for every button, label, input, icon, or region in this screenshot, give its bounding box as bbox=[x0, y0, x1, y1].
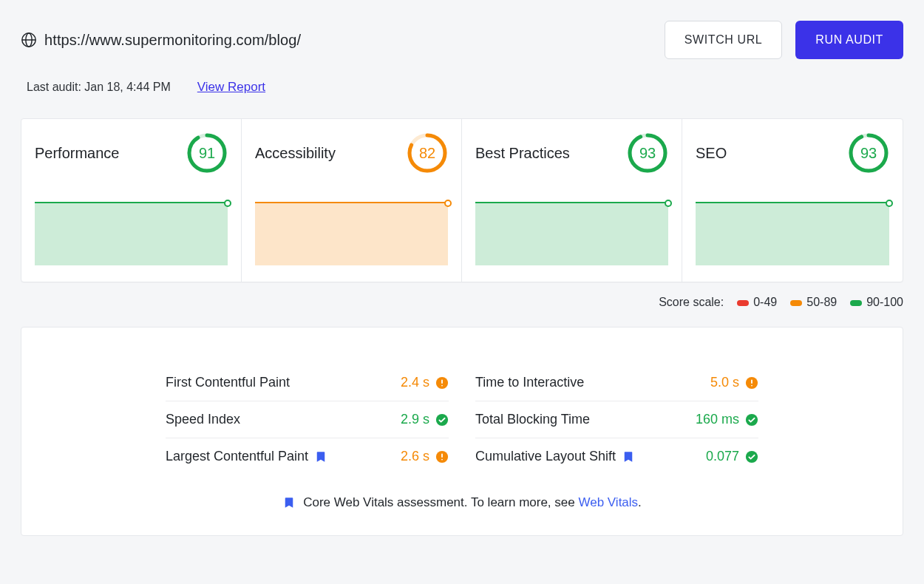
score-scale-red: 0-49 bbox=[737, 296, 777, 309]
chart-dot-icon bbox=[665, 200, 672, 207]
card-title: Best Practices bbox=[475, 145, 570, 162]
bookmark-icon bbox=[282, 496, 296, 509]
metric-row: Time to Interactive 5.0 s bbox=[475, 364, 758, 401]
check-circle-icon bbox=[435, 413, 449, 427]
metric-value: 2.9 s bbox=[401, 412, 449, 427]
metrics-panel: First Contentful Paint 2.4 s Speed Index… bbox=[21, 327, 903, 536]
svg-rect-16 bbox=[441, 453, 443, 457]
svg-rect-20 bbox=[751, 384, 753, 386]
metric-value: 5.0 s bbox=[710, 375, 758, 390]
info-circle-icon bbox=[435, 376, 449, 390]
metric-name: Speed Index bbox=[166, 412, 240, 427]
footer-text-before: Core Web Vitals assessment. To learn mor… bbox=[303, 495, 578, 509]
metrics-grid: First Contentful Paint 2.4 s Speed Index… bbox=[166, 364, 758, 475]
card-header: Accessibility 82 bbox=[255, 132, 448, 174]
metric-value: 2.4 s bbox=[401, 375, 449, 390]
chart-dot-icon bbox=[886, 200, 893, 207]
metric-value: 160 ms bbox=[696, 412, 758, 427]
info-circle-icon bbox=[745, 376, 758, 390]
green-pill-icon bbox=[850, 300, 862, 306]
globe-icon bbox=[21, 32, 37, 48]
last-audit-timestamp: Last audit: Jan 18, 4:44 PM bbox=[27, 81, 171, 94]
metric-row: Speed Index 2.9 s bbox=[166, 401, 449, 438]
score-cards: Performance 91 Accessibility 82 bbox=[21, 118, 903, 282]
audit-url: https://www.supermonitoring.com/blog/ bbox=[44, 32, 301, 49]
score-value: 91 bbox=[186, 132, 228, 174]
metric-row: Largest Contentful Paint 2.6 s bbox=[166, 438, 449, 475]
orange-pill-icon bbox=[790, 300, 802, 306]
score-value: 93 bbox=[848, 132, 889, 174]
metric-name: First Contentful Paint bbox=[166, 375, 290, 390]
score-scale-green: 90-100 bbox=[850, 296, 903, 309]
metric-value: 0.077 bbox=[706, 449, 758, 464]
header: https://www.supermonitoring.com/blog/ SW… bbox=[21, 21, 903, 59]
metric-row: Total Blocking Time 160 ms bbox=[475, 401, 758, 438]
metric-name: Cumulative Layout Shift bbox=[475, 449, 635, 464]
check-circle-icon bbox=[745, 413, 758, 427]
chart-fill bbox=[255, 203, 448, 265]
sub-header: Last audit: Jan 18, 4:44 PM View Report bbox=[27, 80, 903, 95]
metric-value: 2.6 s bbox=[401, 449, 449, 464]
chart-dot-icon bbox=[444, 200, 452, 207]
metrics-right-column: Time to Interactive 5.0 s Total Blocking… bbox=[475, 364, 758, 475]
view-report-link[interactable]: View Report bbox=[197, 80, 265, 95]
score-gauge: 93 bbox=[627, 132, 668, 174]
card-title: SEO bbox=[696, 145, 727, 162]
score-card[interactable]: Accessibility 82 bbox=[242, 119, 462, 282]
chart-fill bbox=[696, 203, 889, 265]
mini-chart bbox=[475, 202, 668, 265]
card-header: Performance 91 bbox=[35, 132, 228, 174]
metric-name: Largest Contentful Paint bbox=[166, 449, 327, 464]
metric-row: First Contentful Paint 2.4 s bbox=[166, 364, 449, 401]
core-web-vitals-note: Core Web Vitals assessment. To learn mor… bbox=[166, 495, 758, 510]
score-scale: Score scale: 0-49 50-89 90-100 bbox=[21, 296, 903, 309]
mini-chart bbox=[255, 202, 448, 265]
chart-fill bbox=[35, 203, 228, 265]
url-block: https://www.supermonitoring.com/blog/ bbox=[21, 32, 301, 49]
score-card[interactable]: Performance 91 bbox=[21, 119, 242, 282]
score-scale-label: Score scale: bbox=[659, 296, 724, 309]
score-scale-orange: 50-89 bbox=[790, 296, 837, 309]
bookmark-icon bbox=[622, 450, 635, 464]
chart-dot-icon bbox=[224, 200, 231, 207]
score-gauge: 82 bbox=[407, 132, 448, 174]
metrics-left-column: First Contentful Paint 2.4 s Speed Index… bbox=[166, 364, 449, 475]
card-header: Best Practices 93 bbox=[475, 132, 668, 174]
svg-rect-13 bbox=[441, 384, 443, 386]
card-title: Performance bbox=[35, 145, 120, 162]
svg-rect-19 bbox=[751, 379, 753, 383]
metric-name: Total Blocking Time bbox=[475, 412, 590, 427]
mini-chart bbox=[696, 202, 889, 265]
score-card[interactable]: SEO 93 bbox=[682, 119, 903, 282]
score-card[interactable]: Best Practices 93 bbox=[462, 119, 682, 282]
run-audit-button[interactable]: RUN AUDIT bbox=[795, 21, 903, 59]
metric-row: Cumulative Layout Shift 0.077 bbox=[475, 438, 758, 475]
chart-fill bbox=[475, 203, 668, 265]
info-circle-icon bbox=[435, 450, 449, 464]
switch-url-button[interactable]: SWITCH URL bbox=[665, 21, 783, 59]
bookmark-icon bbox=[314, 450, 327, 464]
red-pill-icon bbox=[737, 300, 749, 306]
svg-rect-12 bbox=[441, 379, 443, 383]
check-circle-icon bbox=[745, 450, 758, 464]
svg-rect-17 bbox=[441, 458, 443, 460]
card-title: Accessibility bbox=[255, 145, 336, 162]
header-buttons: SWITCH URL RUN AUDIT bbox=[665, 21, 903, 59]
mini-chart bbox=[35, 202, 228, 265]
score-gauge: 91 bbox=[186, 132, 228, 174]
web-vitals-link[interactable]: Web Vitals bbox=[578, 495, 638, 509]
score-value: 82 bbox=[407, 132, 448, 174]
score-gauge: 93 bbox=[848, 132, 889, 174]
footer-text-after: . bbox=[638, 495, 642, 509]
metric-name: Time to Interactive bbox=[475, 375, 584, 390]
score-value: 93 bbox=[627, 132, 668, 174]
card-header: SEO 93 bbox=[696, 132, 889, 174]
